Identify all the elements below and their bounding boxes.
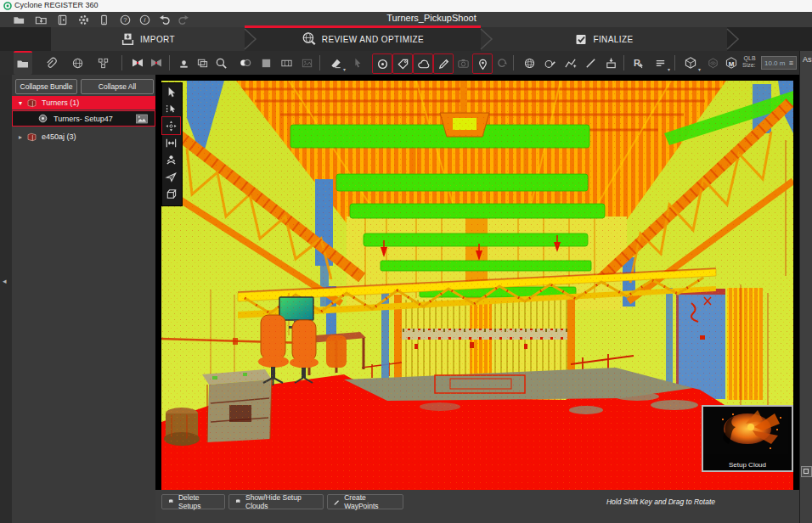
point-cloud-viewport[interactable]: Setup Cloud [155, 75, 799, 490]
r-tool-button[interactable]: R [629, 53, 647, 72]
toolbar-separator [169, 55, 170, 70]
paper-plane-icon [165, 171, 178, 183]
svg-text:R: R [634, 58, 640, 68]
toolbar-separator [121, 55, 122, 70]
fly-tool[interactable] [162, 168, 180, 185]
tab-project-explorer[interactable] [14, 51, 32, 75]
dropdown-caret-icon[interactable]: ▾ [343, 66, 346, 72]
show-hide-setup-clouds-label: Show/Hide Setup Clouds [245, 493, 318, 510]
orbit-pan-tool[interactable] [162, 117, 180, 134]
select-arrow-tool[interactable] [162, 83, 180, 100]
cube-icon [684, 56, 697, 70]
cube-views-button[interactable]: ▾ [681, 53, 700, 72]
camera-annotation-button[interactable] [454, 53, 472, 72]
pen-icon [333, 498, 341, 507]
setup-image-icon[interactable] [136, 114, 148, 124]
stamp-tool-button[interactable] [174, 53, 193, 72]
polyline-add-button[interactable] [561, 53, 579, 72]
caret-down-icon[interactable]: ▾ [19, 99, 22, 107]
panorama-button[interactable] [277, 53, 296, 72]
create-waypoints-button[interactable]: Create WayPoints [327, 494, 403, 509]
cloud-annotation-button[interactable] [413, 53, 433, 74]
line-tool-button[interactable] [581, 53, 600, 72]
tree-row-bundle-turners[interactable]: ▾ Turners (1) [12, 96, 155, 110]
open-folder-icon [13, 14, 25, 26]
fence-select-tool[interactable] [162, 100, 180, 117]
save-project-button[interactable] [32, 13, 49, 26]
target-icon [376, 58, 389, 70]
toolbar-separator [623, 55, 624, 70]
sphere-tool-button[interactable] [520, 53, 539, 72]
cube-hide-button[interactable] [703, 53, 722, 72]
collapse-panel-arrow[interactable]: ◂ [3, 277, 7, 285]
line-icon [584, 57, 597, 70]
tree-row-bundle-e450aj[interactable]: ▸ e450aj (3) [12, 130, 155, 143]
tree-label: Turners (1) [42, 98, 79, 107]
assets-expand-button[interactable] [801, 466, 812, 477]
location-pin-button[interactable] [472, 53, 493, 74]
person-icon [165, 154, 178, 166]
frames-tool-button[interactable] [193, 53, 211, 72]
split-view-b-button[interactable] [147, 53, 166, 72]
active-stage-indicator [245, 25, 481, 28]
measure-tool[interactable] [162, 134, 180, 151]
cube-modelspace-button[interactable]: M [722, 53, 741, 72]
title-bar: Cyclone REGISTER 360 [0, 0, 812, 13]
r-tool-icon: R [631, 56, 645, 70]
sphere-icon [523, 57, 536, 70]
image-icon [301, 57, 313, 70]
magnifier-icon [215, 57, 228, 70]
spiral-arrow-icon [496, 57, 509, 70]
point-cloud-scene[interactable] [161, 81, 793, 490]
project-tree-panel: Collapse Bundle Collapse All ▾ Turners (… [12, 75, 156, 523]
sphere-annotate-button[interactable] [540, 53, 559, 72]
flag-icon [167, 498, 175, 507]
tag-annotation-button[interactable] [392, 53, 413, 74]
viewer-person-tool[interactable] [162, 151, 180, 168]
eraser-tool-button[interactable]: ▾ [326, 53, 345, 72]
camera-icon [457, 57, 470, 70]
qlb-size-input[interactable]: 10.0 m ≡ [761, 56, 797, 70]
colorize-spheres-icon [239, 56, 252, 70]
curve-tool-button[interactable] [493, 53, 511, 72]
pick-cursor-button[interactable] [348, 53, 367, 72]
collapse-all-button[interactable]: Collapse All [81, 79, 154, 94]
setup-cloud-label: Setup Cloud [703, 461, 792, 469]
pick-cursor-icon [352, 57, 364, 69]
target-annotation-button[interactable] [372, 53, 392, 74]
split-view-b-icon [149, 56, 163, 70]
colorize-button[interactable] [236, 53, 255, 72]
image-view-button[interactable] [297, 53, 316, 72]
fence-select-icon [165, 103, 178, 115]
show-hide-setup-clouds-button[interactable]: Show/Hide Setup Clouds [228, 494, 324, 509]
collapse-bundle-button[interactable]: Collapse Bundle [15, 79, 77, 94]
tab-sites[interactable] [93, 53, 112, 72]
grayscale-button[interactable] [257, 53, 275, 72]
slider-icon[interactable]: ≡ [789, 59, 793, 67]
drop-box-button[interactable] [601, 53, 620, 72]
delete-setups-button[interactable]: Delete Setups [161, 494, 225, 509]
tab-web[interactable] [68, 53, 87, 72]
setup-target-icon [37, 113, 48, 124]
open-project-button[interactable] [10, 13, 27, 26]
assets-panel-collapsed[interactable]: Assets [799, 51, 812, 523]
zoom-tool-button[interactable] [211, 53, 230, 72]
list-menu-button[interactable]: ▾ [651, 53, 669, 72]
sphere-pen-icon [544, 57, 556, 70]
dropdown-caret-icon[interactable]: ▾ [698, 66, 701, 72]
split-view-a-button[interactable] [128, 53, 147, 72]
tree-row-setup47[interactable]: Turners- Setup47 [12, 110, 155, 127]
qlb-size-label: QLB Size: [742, 55, 756, 69]
eraser-icon [330, 57, 342, 70]
tab-links[interactable] [41, 53, 59, 72]
marker-pen-button[interactable] [433, 53, 454, 74]
box-mode-tool[interactable] [162, 185, 180, 202]
dropdown-caret-icon[interactable]: ▾ [668, 66, 670, 72]
tree-label: Turners- Setup47 [54, 115, 113, 123]
toolbar-separator [319, 55, 320, 70]
marker-pen-icon [437, 58, 450, 70]
setup-cloud-thumbnail[interactable]: Setup Cloud [702, 405, 793, 472]
caret-right-icon[interactable]: ▸ [19, 133, 22, 141]
app-window: Cyclone REGISTER 360 ? i Turners_Pi [0, 0, 812, 523]
qlb-size-value: 10.0 m [764, 59, 785, 67]
